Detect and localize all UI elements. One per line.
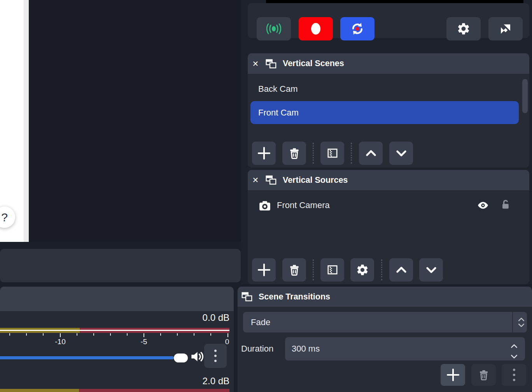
- dialog-edge: [24, 0, 29, 242]
- toolbar-separator: [313, 259, 314, 280]
- dock-icon: [265, 58, 277, 69]
- meter-tick: [9, 333, 10, 336]
- chevron-down-icon: [518, 323, 525, 327]
- volume-slider[interactable]: [0, 353, 194, 365]
- vertical-sources-panel: ✕ Vertical Sources Front Camera: [248, 170, 529, 284]
- sources-panel-header[interactable]: ✕ Vertical Sources: [248, 170, 529, 190]
- scene-transitions-panel: Scene Transitions Fade Duration 300 ms: [238, 287, 532, 392]
- meter-tick-major: [60, 333, 61, 337]
- add-transition-button[interactable]: [441, 364, 465, 386]
- panel-title: Scene Transitions: [259, 292, 330, 302]
- source-properties-button[interactable]: [350, 258, 374, 282]
- chevron-down-icon: [394, 146, 409, 161]
- spin-down-button[interactable]: [511, 351, 518, 361]
- trash-icon: [288, 147, 301, 160]
- source-move-up-button[interactable]: [389, 258, 413, 282]
- volume-db-label: 2.0 dB: [203, 376, 229, 387]
- visibility-eye-icon[interactable]: [476, 199, 490, 213]
- meter-tick: [110, 333, 111, 336]
- close-icon[interactable]: ✕: [251, 59, 260, 68]
- broadcast-icon: [265, 23, 283, 35]
- add-source-button[interactable]: [252, 258, 276, 282]
- select-divider: [512, 312, 513, 332]
- go-live-button[interactable]: [257, 17, 291, 40]
- lock-icon[interactable]: [500, 198, 511, 213]
- speaker-icon[interactable]: [189, 348, 205, 365]
- meter-scale: -10 -5 0: [0, 333, 234, 349]
- add-scene-button[interactable]: [252, 142, 276, 165]
- restart-icon: [350, 21, 365, 37]
- transition-menu-button[interactable]: [502, 364, 526, 386]
- camera-icon: [257, 199, 272, 214]
- remove-scene-button[interactable]: [282, 142, 306, 165]
- audio-mixer-panel: 0.0 dB -10 -5 0 2.0: [0, 287, 234, 392]
- meter-tick-major: [144, 333, 144, 337]
- empty-dock-panel: [0, 249, 241, 282]
- transition-select[interactable]: Fade: [243, 312, 527, 332]
- dock-icon: [241, 291, 253, 302]
- scene-item-back-cam[interactable]: Back Cam: [258, 77, 515, 101]
- source-move-down-button[interactable]: [419, 258, 443, 282]
- close-icon[interactable]: ✕: [251, 175, 260, 185]
- duration-spinbox[interactable]: 300 ms: [285, 337, 525, 360]
- scene-move-down-button[interactable]: [389, 142, 413, 165]
- meter-tick: [93, 333, 94, 336]
- vertical-scenes-panel: ✕ Vertical Scenes Back Cam Front Cam: [248, 53, 529, 168]
- trash-icon: [288, 263, 301, 276]
- preview-area: [29, 0, 241, 242]
- meter-tick: [160, 333, 161, 336]
- controls-panel: [248, 3, 529, 38]
- scenes-panel-header[interactable]: ✕ Vertical Scenes: [248, 53, 529, 74]
- record-button[interactable]: [299, 17, 333, 40]
- kebab-menu-icon: [214, 350, 217, 362]
- toolbar-separator: [313, 143, 314, 164]
- remove-transition-button[interactable]: [471, 364, 496, 386]
- source-label: Front Camera: [277, 200, 330, 210]
- chevron-down-icon: [511, 354, 518, 359]
- settings-button[interactable]: [446, 17, 481, 40]
- panel-title: Vertical Scenes: [283, 59, 344, 68]
- dock-icon: [265, 175, 277, 186]
- restart-button[interactable]: [340, 17, 374, 40]
- meter-tick: [127, 333, 128, 336]
- meter-tick: [194, 333, 194, 336]
- help-question-icon: ?: [1, 211, 8, 224]
- toolbar-separator: [351, 143, 352, 164]
- duration-value: 300 ms: [292, 344, 320, 354]
- scene-filters-button[interactable]: [320, 142, 344, 165]
- source-row-front-camera[interactable]: Front Camera: [248, 194, 529, 218]
- meter-red-zone: [79, 389, 229, 392]
- transitions-panel-header[interactable]: Scene Transitions: [238, 287, 532, 307]
- chevron-up-icon: [518, 317, 525, 322]
- scenes-scrollbar[interactable]: [522, 79, 528, 113]
- duration-label: Duration: [241, 337, 273, 360]
- vertical-preview-button[interactable]: [488, 17, 523, 40]
- select-spinner[interactable]: [515, 312, 527, 332]
- record-icon: [311, 23, 320, 35]
- obs-vertical-app: { "help_button": { "label": "?" }, "cont…: [0, 0, 532, 392]
- filter-icon: [326, 264, 340, 276]
- background-dialog-strip: ?: [0, 0, 29, 242]
- volume-meter-2: [0, 389, 229, 392]
- scene-move-up-button[interactable]: [359, 142, 383, 165]
- transition-selected-value: Fade: [251, 317, 270, 327]
- spin-up-button[interactable]: [511, 341, 518, 351]
- volume-meter: [0, 328, 229, 333]
- scene-item-front-cam[interactable]: Front Cam: [250, 101, 519, 124]
- tick-label: -5: [135, 338, 153, 346]
- plus-icon: [445, 367, 461, 383]
- meter-tick-major: [228, 333, 228, 337]
- chevron-up-icon: [394, 262, 409, 277]
- source-filters-button[interactable]: [320, 258, 344, 282]
- volume-slider-handle[interactable]: [174, 354, 188, 362]
- meter-tick: [43, 333, 44, 336]
- chevron-up-icon: [364, 146, 378, 161]
- help-button[interactable]: ?: [0, 206, 15, 228]
- mixer-track-menu-button[interactable]: [204, 344, 227, 368]
- chevron-up-icon: [511, 344, 518, 348]
- remove-source-button[interactable]: [282, 258, 306, 282]
- panel-title: Vertical Sources: [283, 175, 348, 185]
- plus-icon: [256, 262, 272, 278]
- volume-slider-track[interactable]: [0, 356, 174, 359]
- kebab-menu-icon: [513, 369, 515, 381]
